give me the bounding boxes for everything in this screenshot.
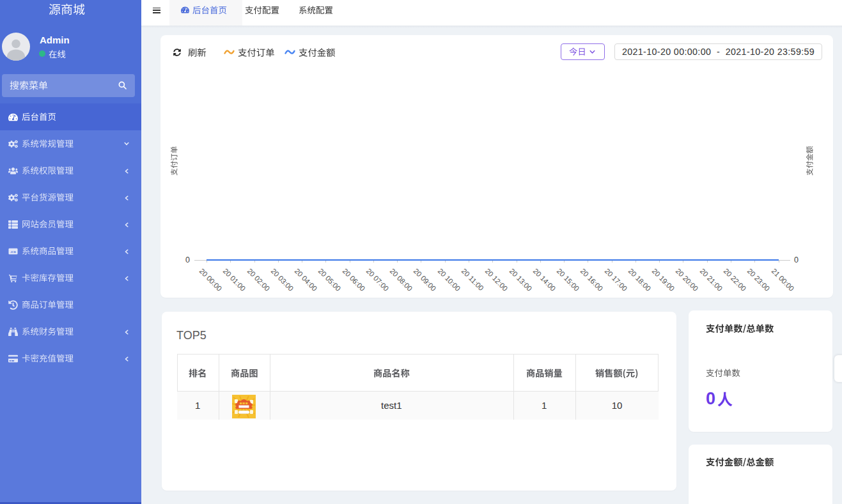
svg-text:JCB: JCB bbox=[10, 250, 16, 253]
